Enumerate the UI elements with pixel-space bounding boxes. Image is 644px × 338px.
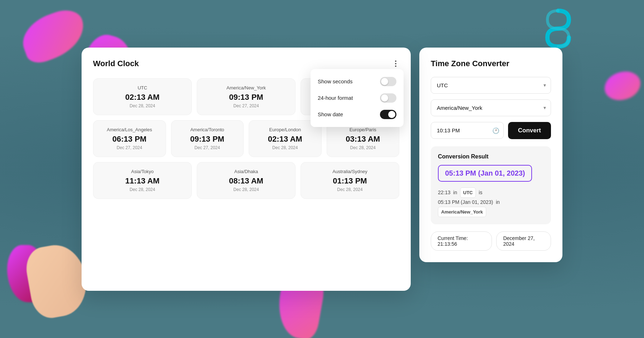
clock-time-sydney: 01:13 PM — [306, 176, 394, 186]
result-to-value: 05:13 PM (Jan 01, 2023) — [438, 199, 493, 205]
footer-bar: Current Time: 21:13:56 December 27, 2024 — [431, 231, 551, 251]
dropdown-item-show-seconds[interactable]: Show seconds — [318, 73, 396, 90]
time-input-container: 🕐 — [431, 122, 504, 139]
converter-panel: Time Zone Converter UTC America/New_York… — [419, 48, 562, 263]
clock-time-los-angeles: 06:13 PM — [98, 134, 161, 144]
24hour-label: 24-hour format — [318, 95, 353, 101]
clock-tz-los-angeles: America/Los_Angeles — [98, 127, 161, 132]
result-from-tz-chip: UTC — [460, 187, 476, 198]
result-time-badge: 05:13 PM (Jan 01, 2023) — [438, 165, 532, 182]
decoration-blob-pink-topleft — [16, 5, 91, 67]
result-detail: 22:13 in UTC is 05:13 PM (Jan 01, 2023) … — [438, 187, 544, 217]
clock-tz-dhaka: Asia/Dhaka — [202, 169, 290, 174]
from-timezone-container: UTC America/New_York America/Chicago Eur… — [431, 77, 551, 94]
clock-tz-paris: Europe/Paris — [332, 127, 394, 132]
clock-tz-london: Europe/London — [254, 127, 316, 132]
dot3 — [395, 65, 396, 67]
clock-date-tokyo: Dec 28, 2024 — [98, 187, 186, 192]
clock-date-paris: Dec 28, 2024 — [332, 145, 394, 150]
dropdown-item-show-date[interactable]: Show date — [318, 106, 396, 123]
clock-card-sydney: Australia/Sydney 01:13 PM Dec 28, 2024 — [301, 162, 399, 199]
clock-tz-sydney: Australia/Sydney — [306, 169, 394, 174]
clock-card-utc: UTC 02:13 AM Dec 28, 2024 — [93, 78, 192, 115]
clock-date-new-york: Dec 27, 2024 — [202, 103, 290, 108]
clock-grid-row3: Asia/Tokyo 11:13 AM Dec 28, 2024 Asia/Dh… — [93, 162, 399, 199]
clock-card-tokyo: Asia/Tokyo 11:13 AM Dec 28, 2024 — [93, 162, 192, 199]
toggle-knob-date — [388, 111, 395, 118]
conversion-result-box: Conversion Result 05:13 PM (Jan 01, 2023… — [431, 146, 551, 225]
to-timezone-select[interactable]: America/New_York UTC America/Chicago Eur… — [431, 99, 551, 116]
clock-card-london: Europe/London 02:13 AM Dec 28, 2024 — [249, 120, 322, 157]
toggle-knob-seconds — [381, 78, 388, 85]
clock-date-dhaka: Dec 28, 2024 — [202, 187, 290, 192]
main-layout: World Clock Show seconds 24-hour format — [82, 48, 562, 291]
clock-date-los-angeles: Dec 27, 2024 — [98, 145, 161, 150]
show-date-toggle[interactable] — [380, 110, 396, 119]
from-timezone-select[interactable]: UTC America/New_York America/Chicago Eur… — [431, 77, 551, 94]
result-in-label: in — [453, 190, 457, 195]
clock-date-london: Dec 28, 2024 — [254, 145, 316, 150]
result-from-value: 22:13 — [438, 190, 450, 195]
current-date-chip: December 27, 2024 — [496, 231, 551, 251]
world-clock-title: World Clock — [93, 59, 139, 68]
dropdown-item-24hour[interactable]: 24-hour format — [318, 90, 396, 106]
clock-time-paris: 03:13 AM — [332, 134, 394, 144]
clock-date-sydney: Dec 28, 2024 — [306, 187, 394, 192]
convert-button[interactable]: Convert — [508, 122, 551, 139]
toggle-knob-24hour — [381, 94, 388, 102]
clock-card-toronto: America/Toronto 09:13 PM Dec 27, 2024 — [171, 120, 244, 157]
clock-time-tokyo: 11:13 AM — [98, 176, 186, 186]
result-title: Conversion Result — [438, 153, 544, 160]
dropdown-menu: Show seconds 24-hour format Show date — [311, 69, 404, 127]
show-date-label: Show date — [318, 111, 343, 117]
world-clock-header: World Clock — [93, 59, 399, 68]
decoration-coil-teal — [537, 7, 580, 54]
clock-time-toronto: 09:13 PM — [176, 134, 239, 144]
clock-date-toronto: Dec 27, 2024 — [176, 145, 239, 150]
result-connector: is — [479, 190, 482, 195]
clock-time-new-york: 09:13 PM — [202, 93, 290, 102]
clock-card-new-york: America/New_York 09:13 PM Dec 27, 2024 — [197, 78, 296, 115]
result-time-text: 05:13 PM (Jan 01, 2023) — [445, 169, 525, 177]
clock-time-dhaka: 08:13 AM — [202, 176, 290, 186]
clock-card-dhaka: Asia/Dhaka 08:13 AM Dec 28, 2024 — [197, 162, 296, 199]
clock-card-los-angeles: America/Los_Angeles 06:13 PM Dec 27, 202… — [93, 120, 166, 157]
clock-tz-utc: UTC — [98, 85, 186, 90]
decoration-blob-pink-rightside — [605, 72, 640, 100]
dot2 — [395, 63, 396, 64]
clock-tz-tokyo: Asia/Tokyo — [98, 169, 186, 174]
current-time-chip: Current Time: 21:13:56 — [431, 231, 492, 251]
more-options-button[interactable] — [392, 59, 399, 68]
result-to-tz-chip: America/New_York — [438, 207, 486, 217]
show-seconds-label: Show seconds — [318, 78, 353, 84]
converter-title: Time Zone Converter — [431, 59, 551, 68]
time-input-row: 🕐 Convert — [431, 122, 551, 139]
clock-tz-toronto: America/Toronto — [176, 127, 239, 132]
dot1 — [395, 60, 396, 62]
result-in-label2: in — [496, 199, 500, 205]
clock-time-utc: 02:13 AM — [98, 93, 186, 102]
clock-tz-new-york: America/New_York — [202, 85, 290, 90]
24hour-toggle[interactable] — [380, 93, 396, 103]
show-seconds-toggle[interactable] — [380, 77, 396, 86]
clock-time-london: 02:13 AM — [254, 134, 316, 144]
to-timezone-container: America/New_York UTC America/Chicago Eur… — [431, 99, 551, 116]
clock-icon: 🕐 — [492, 127, 499, 134]
decoration-blob-magenta-bottomleft — [7, 245, 43, 302]
clock-date-utc: Dec 28, 2024 — [98, 103, 186, 108]
world-clock-panel: World Clock Show seconds 24-hour format — [82, 48, 411, 291]
